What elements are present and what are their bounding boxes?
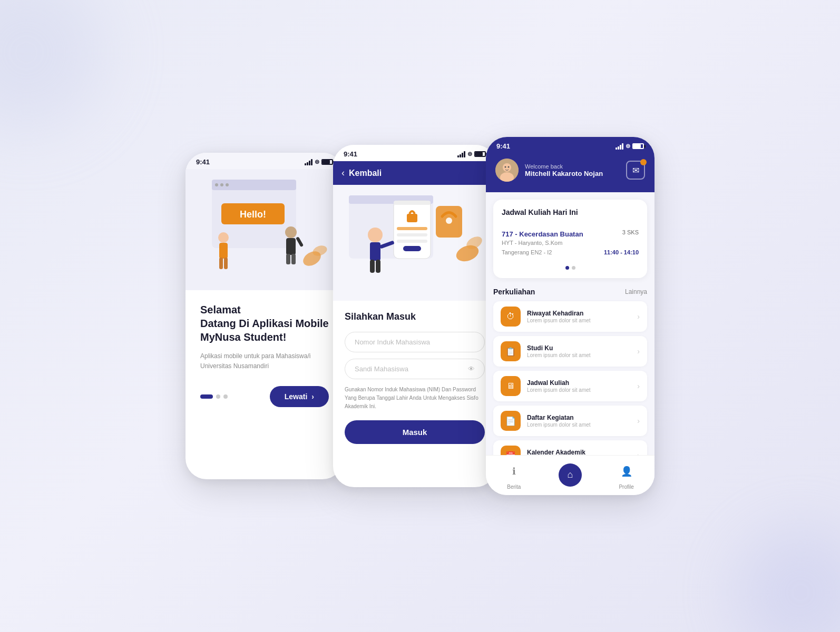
bottom-navigation: ℹ Berita ⌂ 👤 Profile <box>486 455 655 495</box>
card-pagination-dots <box>502 266 639 270</box>
svg-point-30 <box>446 218 452 224</box>
card-dot-2 <box>572 266 575 270</box>
phones-container: 9:41 ⊜ <box>185 137 655 495</box>
svg-rect-13 <box>286 238 296 255</box>
course-item: 717 - Kecerdasan Buatan 3 SKS HYT - Hary… <box>502 224 639 261</box>
svg-point-41 <box>505 166 506 168</box>
svg-rect-25 <box>397 227 427 230</box>
back-button[interactable]: ‹ <box>341 167 345 179</box>
login-hint: Gunakan Nomor Induk Mahasiswa (NIM) Dan … <box>345 386 485 411</box>
svg-rect-23 <box>394 201 431 205</box>
kehadiran-icon: ⏱ <box>501 307 521 327</box>
dot-2 <box>216 394 220 399</box>
wifi-icon-1: ⊜ <box>315 159 319 165</box>
status-bar-2: 9:41 ⊜ <box>333 145 496 161</box>
svg-rect-14 <box>286 254 290 264</box>
kegiatan-label: Daftar Kegiatan <box>527 414 631 421</box>
svg-rect-2 <box>212 180 296 190</box>
user-info: Welcome back Mitchell Kakaroto Nojan <box>525 163 603 177</box>
jadwal-label: Jadwal Kuliah <box>527 379 631 387</box>
perkuliahan-title: Perkuliahan <box>493 288 535 296</box>
nav-berita[interactable]: ℹ Berita <box>502 460 525 490</box>
masuk-label: Masuk <box>403 428 427 437</box>
phone-dashboard: 9:41 ⊜ <box>486 137 655 495</box>
login-header: ‹ Kembali <box>333 161 496 185</box>
status-icons-1: ⊜ <box>305 159 333 165</box>
svg-text:Hello!: Hello! <box>240 209 266 220</box>
svg-rect-11 <box>224 258 228 269</box>
svg-point-33 <box>368 228 383 242</box>
arrow-right-icon: › <box>311 392 314 401</box>
menu-list: ⏱ Riwayat Kehadiran Lorem ipsum dolor si… <box>493 301 647 471</box>
chevron-right-icon-2: › <box>637 347 640 355</box>
studi-icon: 📋 <box>501 341 521 361</box>
svg-rect-3 <box>215 183 218 186</box>
password-input-wrapper[interactable]: Sandi Mahasiswa 👁 <box>345 359 485 379</box>
welcome-back-text: Welcome back <box>525 163 603 170</box>
mail-button[interactable]: ✉ <box>626 161 645 180</box>
svg-point-12 <box>285 226 297 238</box>
menu-item-kegiatan[interactable]: 📄 Daftar Kegiatan Lorem ipsum dolor sit … <box>493 406 647 436</box>
login-form: Silahkan Masuk Nomor Induk Mahasiswa San… <box>333 301 496 455</box>
berita-nav-icon: ℹ <box>502 460 525 483</box>
battery-icon-2 <box>474 151 486 157</box>
course-meta: Tangerang EN2 - I2 11:40 - 14:10 <box>502 249 639 255</box>
svg-rect-4 <box>220 183 223 186</box>
onboarding-content: SelamatDatang Di Aplikasi MobileMyNusa S… <box>185 290 344 420</box>
chevron-right-icon-4: › <box>637 417 640 425</box>
avatar <box>495 159 519 182</box>
status-time-3: 9:41 <box>496 142 510 150</box>
svg-rect-24 <box>407 214 417 222</box>
schedule-card: Jadwal Kuliah Hari Ini 717 - Kecerdasan … <box>493 200 647 278</box>
eye-icon[interactable]: 👁 <box>468 365 475 373</box>
jadwal-text: Jadwal Kuliah Lorem ipsum dolor sit amet <box>527 379 631 393</box>
svg-rect-28 <box>403 246 421 251</box>
mail-badge <box>640 159 647 165</box>
course-room: Tangerang EN2 - I2 <box>502 249 552 255</box>
nav-profile[interactable]: 👤 Profile <box>615 460 638 490</box>
lainnya-link[interactable]: Lainnya <box>625 288 647 295</box>
signal-icon-2 <box>457 151 465 157</box>
menu-item-jadwal[interactable]: 🖥 Jadwal Kuliah Lorem ipsum dolor sit am… <box>493 371 647 401</box>
profile-nav-label: Profile <box>619 484 633 490</box>
jadwal-sublabel: Lorem ipsum dolor sit amet <box>527 387 631 393</box>
kegiatan-text: Daftar Kegiatan Lorem ipsum dolor sit am… <box>527 414 631 428</box>
perkuliahan-header: Perkuliahan Lainnya <box>493 288 647 296</box>
login-illustration <box>333 185 496 301</box>
wifi-icon-2: ⊜ <box>467 151 472 157</box>
kegiatan-sublabel: Lorem ipsum dolor sit amet <box>527 422 631 428</box>
svg-rect-35 <box>370 260 375 273</box>
back-label: Kembali <box>349 169 382 178</box>
password-placeholder: Sandi Mahasiswa <box>355 365 408 373</box>
svg-rect-34 <box>370 242 380 261</box>
menu-item-studi[interactable]: 📋 Studi Ku Lorem ipsum dolor sit amet › <box>493 336 647 367</box>
pagination-dots <box>200 394 228 399</box>
login-form-title: Silahkan Masuk <box>345 311 485 322</box>
course-name: 717 - Kecerdasan Buatan <box>502 230 583 238</box>
kehadiran-label: Riwayat Kehadiran <box>527 310 631 317</box>
perkuliahan-section: Perkuliahan Lainnya ⏱ Riwayat Kehadiran … <box>486 285 655 471</box>
nim-input-wrapper[interactable]: Nomor Induk Mahasiswa <box>345 332 485 352</box>
course-teacher: HYT - Haryanto, S.Kom <box>502 240 639 246</box>
signal-icon-1 <box>305 159 312 165</box>
status-icons-3: ⊜ <box>616 143 644 150</box>
chevron-right-icon: › <box>637 312 640 321</box>
kehadiran-text: Riwayat Kehadiran Lorem ipsum dolor sit … <box>527 310 631 323</box>
course-sks: 3 SKS <box>622 229 639 235</box>
nav-home[interactable]: ⌂ <box>559 463 582 487</box>
masuk-button[interactable]: Masuk <box>345 420 485 444</box>
svg-rect-27 <box>397 240 427 243</box>
svg-point-8 <box>218 232 229 243</box>
kehadiran-sublabel: Lorem ipsum dolor sit amet <box>527 318 631 323</box>
dot-1 <box>200 394 213 399</box>
svg-rect-9 <box>219 243 228 259</box>
schedule-title: Jadwal Kuliah Hari Ini <box>502 208 639 216</box>
skip-button[interactable]: Lewati › <box>270 386 329 407</box>
skip-label: Lewati <box>285 392 308 401</box>
phone-login: 9:41 ⊜ ‹ Kembali <box>333 145 496 487</box>
menu-item-kehadiran[interactable]: ⏱ Riwayat Kehadiran Lorem ipsum dolor si… <box>493 301 647 332</box>
svg-rect-5 <box>226 183 229 186</box>
studi-sublabel: Lorem ipsum dolor sit amet <box>527 352 631 358</box>
profile-nav-icon: 👤 <box>615 460 638 483</box>
kegiatan-icon: 📄 <box>501 411 521 431</box>
